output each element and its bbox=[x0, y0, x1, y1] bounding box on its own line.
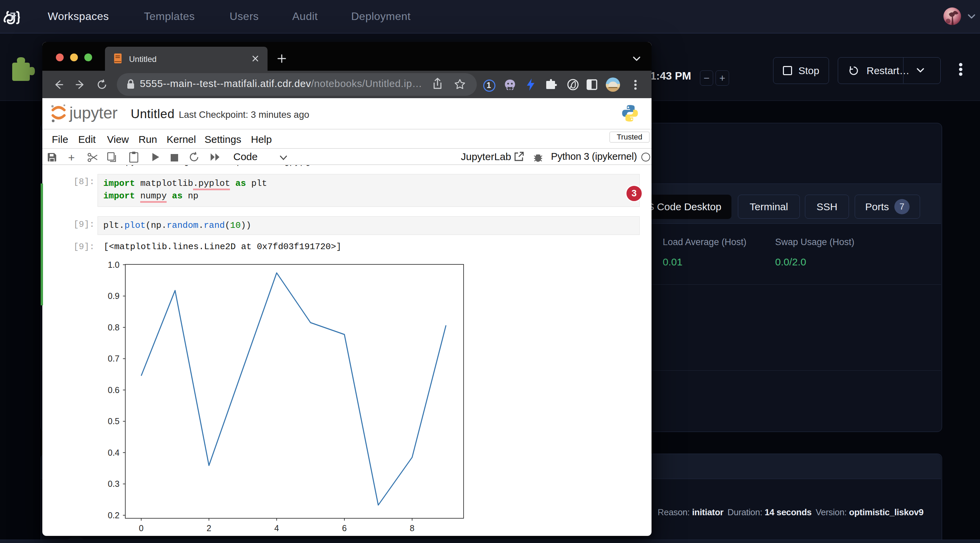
svg-text:0.5: 0.5 bbox=[108, 416, 119, 426]
svg-text:2: 2 bbox=[207, 523, 211, 533]
svg-text:0.2: 0.2 bbox=[108, 511, 119, 520]
svg-text:4: 4 bbox=[274, 523, 279, 533]
svg-text:1.0: 1.0 bbox=[108, 260, 119, 270]
svg-text:0.8: 0.8 bbox=[108, 322, 119, 332]
svg-text:0.7: 0.7 bbox=[108, 354, 119, 363]
svg-text:0: 0 bbox=[139, 523, 143, 533]
svg-text:0.3: 0.3 bbox=[108, 479, 119, 489]
svg-text:0.6: 0.6 bbox=[108, 385, 119, 395]
svg-text:0.4: 0.4 bbox=[108, 448, 119, 457]
svg-text:8: 8 bbox=[410, 523, 415, 533]
svg-text:0.9: 0.9 bbox=[108, 291, 119, 301]
svg-text:6: 6 bbox=[342, 523, 347, 533]
